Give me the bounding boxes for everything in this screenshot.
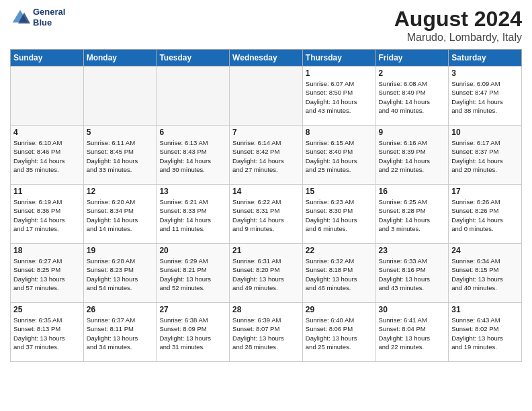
week-row-5: 25Sunrise: 6:35 AM Sunset: 8:13 PM Dayli… <box>11 303 522 362</box>
day-info: Sunrise: 6:31 AM Sunset: 8:20 PM Dayligh… <box>232 257 300 292</box>
calendar-cell: 3Sunrise: 6:09 AM Sunset: 8:47 PM Daylig… <box>449 66 522 126</box>
day-info: Sunrise: 6:43 AM Sunset: 8:02 PM Dayligh… <box>451 316 519 351</box>
day-number: 22 <box>306 246 373 255</box>
day-number: 4 <box>13 128 81 137</box>
day-info: Sunrise: 6:29 AM Sunset: 8:21 PM Dayligh… <box>159 257 226 292</box>
day-info: Sunrise: 6:14 AM Sunset: 8:42 PM Dayligh… <box>232 138 300 174</box>
day-number: 29 <box>306 305 373 314</box>
calendar-cell: 5Sunrise: 6:11 AM Sunset: 8:45 PM Daylig… <box>83 126 157 185</box>
calendar-cell <box>11 66 84 126</box>
day-info: Sunrise: 6:21 AM Sunset: 8:33 PM Dayligh… <box>159 197 226 233</box>
day-number: 21 <box>232 246 300 255</box>
day-number: 12 <box>87 187 154 196</box>
logo-line1: General <box>33 7 65 17</box>
calendar-header-row: SundayMondayTuesdayWednesdayThursdayFrid… <box>11 50 522 66</box>
calendar-cell: 30Sunrise: 6:41 AM Sunset: 8:04 PM Dayli… <box>375 303 449 362</box>
calendar-cell: 17Sunrise: 6:26 AM Sunset: 8:26 PM Dayli… <box>449 185 522 244</box>
col-header-sunday: Sunday <box>11 50 84 66</box>
calendar-cell: 4Sunrise: 6:10 AM Sunset: 8:46 PM Daylig… <box>11 126 84 185</box>
day-info: Sunrise: 6:08 AM Sunset: 8:49 PM Dayligh… <box>379 79 446 115</box>
day-info: Sunrise: 6:41 AM Sunset: 8:04 PM Dayligh… <box>379 316 446 351</box>
calendar-cell: 18Sunrise: 6:27 AM Sunset: 8:25 PM Dayli… <box>11 244 84 303</box>
calendar-cell: 20Sunrise: 6:29 AM Sunset: 8:21 PM Dayli… <box>157 244 230 303</box>
calendar-table: SundayMondayTuesdayWednesdayThursdayFrid… <box>10 49 522 362</box>
calendar-cell: 1Sunrise: 6:07 AM Sunset: 8:50 PM Daylig… <box>302 66 375 126</box>
col-header-saturday: Saturday <box>449 50 522 66</box>
day-info: Sunrise: 6:26 AM Sunset: 8:26 PM Dayligh… <box>451 197 519 233</box>
day-info: Sunrise: 6:15 AM Sunset: 8:40 PM Dayligh… <box>306 138 373 174</box>
logo: General Blue <box>10 7 65 28</box>
calendar-cell: 22Sunrise: 6:32 AM Sunset: 8:18 PM Dayli… <box>302 244 375 303</box>
day-number: 5 <box>87 128 154 137</box>
day-info: Sunrise: 6:34 AM Sunset: 8:15 PM Dayligh… <box>451 257 519 292</box>
day-number: 17 <box>451 187 519 196</box>
day-number: 19 <box>87 246 154 255</box>
day-info: Sunrise: 6:38 AM Sunset: 8:09 PM Dayligh… <box>159 316 226 351</box>
day-info: Sunrise: 6:39 AM Sunset: 8:07 PM Dayligh… <box>232 316 300 351</box>
day-info: Sunrise: 6:09 AM Sunset: 8:47 PM Dayligh… <box>451 79 519 115</box>
calendar-cell: 25Sunrise: 6:35 AM Sunset: 8:13 PM Dayli… <box>11 303 84 362</box>
main-title: August 2024 <box>394 7 522 32</box>
day-info: Sunrise: 6:32 AM Sunset: 8:18 PM Dayligh… <box>306 257 373 292</box>
day-number: 14 <box>232 187 300 196</box>
day-number: 26 <box>87 305 154 314</box>
day-number: 8 <box>306 128 373 137</box>
day-number: 30 <box>379 305 446 314</box>
col-header-wednesday: Wednesday <box>230 50 303 66</box>
day-number: 7 <box>232 128 300 137</box>
day-info: Sunrise: 6:22 AM Sunset: 8:31 PM Dayligh… <box>232 197 300 233</box>
day-info: Sunrise: 6:11 AM Sunset: 8:45 PM Dayligh… <box>87 138 154 174</box>
header: General Blue August 2024 Marudo, Lombard… <box>10 7 522 44</box>
day-number: 16 <box>379 187 446 196</box>
calendar-cell: 16Sunrise: 6:25 AM Sunset: 8:28 PM Dayli… <box>375 185 449 244</box>
col-header-friday: Friday <box>375 50 449 66</box>
day-info: Sunrise: 6:25 AM Sunset: 8:28 PM Dayligh… <box>379 197 446 233</box>
col-header-monday: Monday <box>83 50 157 66</box>
calendar-cell: 27Sunrise: 6:38 AM Sunset: 8:09 PM Dayli… <box>157 303 230 362</box>
day-number: 27 <box>159 305 226 314</box>
day-number: 15 <box>306 187 373 196</box>
title-block: August 2024 Marudo, Lombardy, Italy <box>394 7 522 44</box>
week-row-4: 18Sunrise: 6:27 AM Sunset: 8:25 PM Dayli… <box>11 244 522 303</box>
page-container: General Blue August 2024 Marudo, Lombard… <box>0 0 532 365</box>
day-info: Sunrise: 6:37 AM Sunset: 8:11 PM Dayligh… <box>87 316 154 351</box>
col-header-tuesday: Tuesday <box>157 50 230 66</box>
day-number: 28 <box>232 305 300 314</box>
day-number: 13 <box>159 187 226 196</box>
day-number: 24 <box>451 246 519 255</box>
day-number: 10 <box>451 128 519 137</box>
day-info: Sunrise: 6:10 AM Sunset: 8:46 PM Dayligh… <box>13 138 81 174</box>
day-info: Sunrise: 6:20 AM Sunset: 8:34 PM Dayligh… <box>87 197 154 233</box>
calendar-cell: 26Sunrise: 6:37 AM Sunset: 8:11 PM Dayli… <box>83 303 157 362</box>
calendar-cell: 10Sunrise: 6:17 AM Sunset: 8:37 PM Dayli… <box>449 126 522 185</box>
sub-title: Marudo, Lombardy, Italy <box>394 32 522 44</box>
day-number: 2 <box>379 68 446 78</box>
calendar-cell: 31Sunrise: 6:43 AM Sunset: 8:02 PM Dayli… <box>449 303 522 362</box>
day-info: Sunrise: 6:40 AM Sunset: 8:06 PM Dayligh… <box>306 316 373 351</box>
calendar-cell: 9Sunrise: 6:16 AM Sunset: 8:39 PM Daylig… <box>375 126 449 185</box>
calendar-cell: 24Sunrise: 6:34 AM Sunset: 8:15 PM Dayli… <box>449 244 522 303</box>
day-number: 1 <box>306 68 373 78</box>
calendar-cell: 13Sunrise: 6:21 AM Sunset: 8:33 PM Dayli… <box>157 185 230 244</box>
calendar-cell: 23Sunrise: 6:33 AM Sunset: 8:16 PM Dayli… <box>375 244 449 303</box>
calendar-cell <box>230 66 303 126</box>
day-number: 11 <box>13 187 81 196</box>
day-info: Sunrise: 6:19 AM Sunset: 8:36 PM Dayligh… <box>13 197 81 233</box>
logo-line2: Blue <box>33 17 65 28</box>
calendar-cell: 6Sunrise: 6:13 AM Sunset: 8:43 PM Daylig… <box>157 126 230 185</box>
day-number: 23 <box>379 246 446 255</box>
day-number: 25 <box>13 305 81 314</box>
day-number: 3 <box>451 68 519 78</box>
day-info: Sunrise: 6:17 AM Sunset: 8:37 PM Dayligh… <box>451 138 519 174</box>
calendar-cell: 7Sunrise: 6:14 AM Sunset: 8:42 PM Daylig… <box>230 126 303 185</box>
col-header-thursday: Thursday <box>302 50 375 66</box>
week-row-2: 4Sunrise: 6:10 AM Sunset: 8:46 PM Daylig… <box>11 126 522 185</box>
day-info: Sunrise: 6:07 AM Sunset: 8:50 PM Dayligh… <box>306 79 373 115</box>
week-row-3: 11Sunrise: 6:19 AM Sunset: 8:36 PM Dayli… <box>11 185 522 244</box>
week-row-1: 1Sunrise: 6:07 AM Sunset: 8:50 PM Daylig… <box>11 66 522 126</box>
day-info: Sunrise: 6:35 AM Sunset: 8:13 PM Dayligh… <box>13 316 81 351</box>
day-info: Sunrise: 6:23 AM Sunset: 8:30 PM Dayligh… <box>306 197 373 233</box>
day-number: 9 <box>379 128 446 137</box>
calendar-cell: 12Sunrise: 6:20 AM Sunset: 8:34 PM Dayli… <box>83 185 157 244</box>
day-info: Sunrise: 6:13 AM Sunset: 8:43 PM Dayligh… <box>159 138 226 174</box>
